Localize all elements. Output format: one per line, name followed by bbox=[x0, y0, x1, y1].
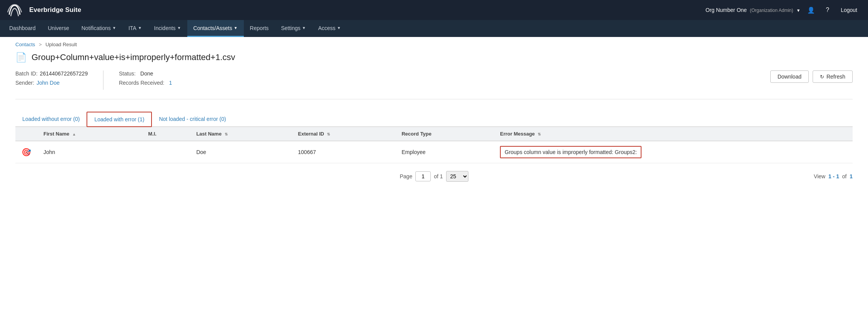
th-last-name: Last Name ⇅ bbox=[190, 127, 292, 141]
nav-item-reports[interactable]: Reports bbox=[244, 20, 275, 37]
sender-label: Sender: bbox=[15, 80, 34, 86]
refresh-label: Refresh bbox=[826, 74, 845, 80]
nav-label-contacts-assets: Contacts/Assets bbox=[193, 25, 232, 31]
nav-label-dashboard: Dashboard bbox=[9, 25, 36, 31]
view-range: 1 - 1 of 1 bbox=[827, 173, 853, 179]
app-title: Everbridge Suite bbox=[29, 6, 706, 14]
nav-label-settings: Settings bbox=[281, 25, 301, 31]
breadcrumb-current: Upload Result bbox=[45, 42, 77, 47]
tab-no-error-label: Loaded without error (0) bbox=[22, 116, 80, 122]
th-error-message: Error Message ⇅ bbox=[494, 127, 853, 141]
status-label: Status: bbox=[119, 70, 136, 77]
external-id-sort-icon[interactable]: ⇅ bbox=[327, 132, 330, 136]
tabs-row: Loaded without error (0) Loaded with err… bbox=[15, 112, 853, 127]
pagination-row: Page of 1 25 50 100 View 1 - 1 of 1 bbox=[15, 163, 853, 189]
nav-item-settings[interactable]: Settings ▼ bbox=[275, 20, 312, 37]
view-count: View 1 - 1 of 1 bbox=[814, 173, 853, 179]
error-message-cell: Groups column value is improperly format… bbox=[500, 146, 641, 158]
refresh-button[interactable]: ↻ Refresh bbox=[813, 70, 853, 83]
row-contact-icon: 🎯 bbox=[22, 148, 31, 156]
incidents-caret-icon: ▼ bbox=[177, 26, 181, 30]
contacts-caret-icon: ▼ bbox=[234, 26, 238, 30]
notifications-caret-icon: ▼ bbox=[112, 26, 116, 30]
nav-label-reports: Reports bbox=[250, 25, 269, 31]
batch-sender-block: Batch ID: 2614406722657229 Sender: John … bbox=[15, 70, 88, 86]
breadcrumb: Contacts > Upload Result bbox=[0, 37, 868, 52]
th-external-id: External ID ⇅ bbox=[292, 127, 395, 141]
records-value: 1 bbox=[169, 80, 172, 86]
top-bar: Everbridge Suite Org Number One (Organiz… bbox=[0, 0, 868, 20]
status-block: Status: Done Records Received: 1 bbox=[119, 70, 172, 86]
table-body: 🎯 John Doe 100667 Employee Groups column… bbox=[15, 141, 853, 163]
row-first-name: John bbox=[37, 141, 142, 163]
batch-id-row: Batch ID: 2614406722657229 bbox=[15, 70, 88, 77]
last-name-sort-icon[interactable]: ⇅ bbox=[225, 132, 228, 136]
table-header-row: First Name ▲ M.I. Last Name ⇅ External I… bbox=[15, 127, 853, 141]
org-selector[interactable]: Org Number One (Organization Admin) ▼ bbox=[706, 7, 801, 13]
logout-button[interactable]: Logout bbox=[836, 5, 862, 15]
refresh-icon: ↻ bbox=[820, 74, 824, 80]
th-first-name: First Name ▲ bbox=[37, 127, 142, 141]
breadcrumb-contacts-link[interactable]: Contacts bbox=[15, 42, 35, 47]
page-number-input[interactable] bbox=[415, 171, 431, 181]
th-icon bbox=[15, 127, 37, 141]
row-record-type: Employee bbox=[395, 141, 494, 163]
nav-item-universe[interactable]: Universe bbox=[42, 20, 75, 37]
tab-critical-error[interactable]: Not loaded - critical error (0) bbox=[152, 112, 233, 127]
nav-item-dashboard[interactable]: Dashboard bbox=[3, 20, 42, 37]
th-mi: M.I. bbox=[142, 127, 190, 141]
table-row: 🎯 John Doe 100667 Employee Groups column… bbox=[15, 141, 853, 163]
status-row: Status: Done bbox=[119, 70, 172, 77]
sender-row: Sender: John Doe bbox=[15, 80, 88, 86]
table-header: First Name ▲ M.I. Last Name ⇅ External I… bbox=[15, 127, 853, 141]
nav-item-incidents[interactable]: Incidents ▼ bbox=[148, 20, 187, 37]
nav-label-incidents: Incidents bbox=[154, 25, 176, 31]
nav-label-notifications: Notifications bbox=[82, 25, 111, 31]
records-row: Records Received: 1 bbox=[119, 80, 172, 86]
row-error-message: Groups column value is improperly format… bbox=[494, 141, 853, 163]
logo bbox=[6, 2, 23, 18]
view-label: View bbox=[814, 173, 825, 179]
page-label: Page bbox=[400, 173, 412, 179]
error-message-sort-icon[interactable]: ⇅ bbox=[538, 132, 541, 136]
action-buttons: Download ↻ Refresh bbox=[770, 70, 853, 83]
page-title: Group+Column+value+is+improperly+formatt… bbox=[32, 52, 235, 62]
batch-id-label: Batch ID: bbox=[15, 70, 38, 77]
row-icon-cell: 🎯 bbox=[15, 141, 37, 163]
nav-label-access: Access bbox=[318, 25, 335, 31]
results-table: First Name ▲ M.I. Last Name ⇅ External I… bbox=[15, 127, 853, 163]
download-label: Download bbox=[778, 74, 801, 80]
nav-item-access[interactable]: Access ▼ bbox=[312, 20, 347, 37]
nav-label-universe: Universe bbox=[48, 25, 69, 31]
tab-with-error[interactable]: Loaded with error (1) bbox=[87, 112, 152, 127]
ita-caret-icon: ▼ bbox=[138, 26, 142, 30]
info-divider bbox=[103, 70, 103, 90]
batch-id-value: 2614406722657229 bbox=[40, 70, 88, 77]
nav-item-contacts-assets[interactable]: Contacts/Assets ▼ bbox=[187, 20, 244, 37]
tab-critical-error-label: Not loaded - critical error (0) bbox=[159, 116, 226, 122]
download-button[interactable]: Download bbox=[770, 70, 809, 83]
page-title-row: 📄 Group+Column+value+is+improperly+forma… bbox=[15, 52, 853, 63]
settings-caret-icon: ▼ bbox=[302, 26, 306, 30]
nav-item-ita[interactable]: ITA ▼ bbox=[122, 20, 148, 37]
org-caret-icon: ▼ bbox=[796, 8, 800, 13]
nav-label-ita: ITA bbox=[128, 25, 137, 31]
nav-bar: Dashboard Universe Notifications ▼ ITA ▼… bbox=[0, 20, 868, 37]
per-page-select[interactable]: 25 50 100 bbox=[446, 171, 468, 182]
sender-value[interactable]: John Doe bbox=[37, 80, 60, 86]
first-name-sort-icon[interactable]: ▲ bbox=[72, 132, 76, 136]
tab-no-error[interactable]: Loaded without error (0) bbox=[15, 112, 87, 127]
file-icon: 📄 bbox=[15, 52, 27, 63]
nav-item-notifications[interactable]: Notifications ▼ bbox=[75, 20, 122, 37]
user-icon-button[interactable]: 👤 bbox=[803, 4, 819, 16]
access-caret-icon: ▼ bbox=[337, 26, 341, 30]
row-mi bbox=[142, 141, 190, 163]
tab-with-error-label: Loaded with error (1) bbox=[94, 116, 144, 122]
help-icon-button[interactable]: ? bbox=[822, 4, 833, 16]
info-section: Batch ID: 2614406722657229 Sender: John … bbox=[15, 70, 853, 99]
row-external-id: 100667 bbox=[292, 141, 395, 163]
top-bar-right: Org Number One (Organization Admin) ▼ 👤 … bbox=[706, 4, 862, 16]
th-record-type: Record Type bbox=[395, 127, 494, 141]
status-value: Done bbox=[140, 70, 153, 77]
page-of-label: of 1 bbox=[434, 173, 443, 179]
